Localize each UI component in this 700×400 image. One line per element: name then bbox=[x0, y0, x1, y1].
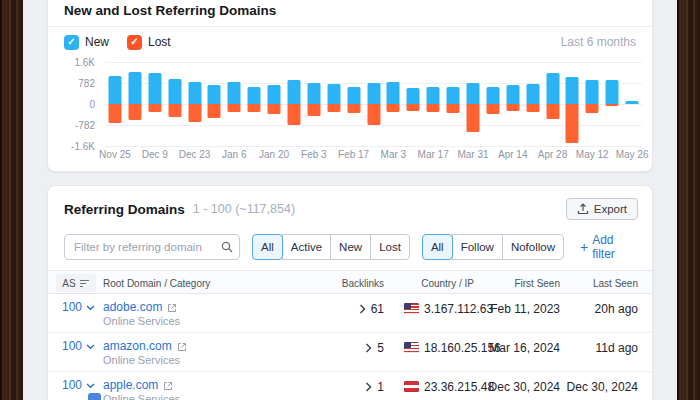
x-axis-label: Nov 25 bbox=[99, 149, 131, 160]
backlinks-value: 1 bbox=[377, 380, 384, 394]
chart-bar[interactable] bbox=[224, 62, 244, 146]
external-link-icon[interactable] bbox=[167, 303, 177, 313]
chart-bar[interactable] bbox=[543, 62, 563, 146]
filter-status-all[interactable]: All bbox=[252, 234, 283, 260]
filter-follow-follow[interactable]: Follow bbox=[452, 234, 503, 260]
chart-bar[interactable] bbox=[125, 62, 145, 146]
x-axis-label: Mar 3 bbox=[381, 149, 407, 160]
backlinks-cell: 5 bbox=[338, 333, 392, 371]
y-axis-label: 0 bbox=[51, 99, 95, 110]
chart-bar[interactable] bbox=[523, 62, 543, 146]
y-axis-label: -782 bbox=[51, 120, 95, 131]
chart-bar[interactable] bbox=[244, 62, 264, 146]
domain-link[interactable]: adobe.com bbox=[103, 301, 162, 314]
chevron-right-icon[interactable] bbox=[365, 382, 372, 392]
bar-new bbox=[387, 82, 400, 104]
x-axis-label: Dec 23 bbox=[179, 149, 211, 160]
chart-bar[interactable] bbox=[304, 62, 324, 146]
chart-bar[interactable] bbox=[145, 62, 165, 146]
filter-follow-nofollow[interactable]: Nofollow bbox=[502, 234, 564, 260]
bar-lost bbox=[486, 104, 499, 114]
bar-lost bbox=[228, 104, 241, 112]
column-header-backlinks[interactable]: Backlinks bbox=[338, 278, 392, 289]
filter-status-new[interactable]: New bbox=[330, 234, 371, 260]
external-link-icon[interactable] bbox=[163, 381, 173, 391]
domain-filter-input[interactable] bbox=[64, 234, 240, 260]
column-header-root-domain[interactable]: Root Domain / Category bbox=[100, 278, 338, 289]
x-axis-label: Feb 3 bbox=[301, 149, 327, 160]
add-filter-button[interactable]: + Add filter bbox=[580, 233, 638, 261]
checkbox-new[interactable] bbox=[64, 35, 79, 50]
as-header-label: AS bbox=[62, 278, 75, 289]
chart-bar[interactable] bbox=[443, 62, 463, 146]
column-header-last-seen[interactable]: Last Seen bbox=[560, 278, 638, 289]
chevron-right-icon[interactable] bbox=[365, 343, 372, 353]
x-axis: Nov 25Dec 9Dec 23Jan 6Jan 20Feb 3Feb 17M… bbox=[105, 149, 642, 161]
chart-bar[interactable] bbox=[602, 62, 622, 146]
domain-cell: apple.comOnline ServicesNofollow bbox=[100, 372, 338, 400]
column-header-first-seen[interactable]: First Seen bbox=[488, 278, 560, 289]
chart-bar[interactable] bbox=[562, 62, 582, 146]
ip-value: 23.36.215.48 bbox=[424, 380, 494, 394]
chart-bar[interactable] bbox=[185, 62, 205, 146]
legend-item-lost[interactable]: Lost bbox=[127, 35, 171, 50]
chart-bar[interactable] bbox=[264, 62, 284, 146]
bar-new bbox=[287, 80, 300, 104]
filter-status-active[interactable]: Active bbox=[282, 234, 331, 260]
table-body: 100adobe.comOnline Services613.167.112.6… bbox=[48, 294, 652, 400]
as-cell[interactable]: 100 bbox=[48, 294, 100, 332]
bar-new bbox=[466, 83, 479, 104]
column-header-as[interactable]: AS bbox=[56, 274, 96, 292]
domain-link[interactable]: apple.com bbox=[103, 379, 158, 392]
chart-bar[interactable] bbox=[403, 62, 423, 146]
chart-bar[interactable] bbox=[105, 62, 125, 146]
chart-bar[interactable] bbox=[344, 62, 364, 146]
first-seen-cell: Dec 30, 2024 bbox=[488, 372, 560, 400]
country-ip-cell: 18.160.25.156 bbox=[392, 333, 488, 371]
y-axis-label: 1.6K bbox=[51, 57, 95, 68]
chart-bar[interactable] bbox=[324, 62, 344, 146]
checkbox-lost[interactable] bbox=[127, 35, 142, 50]
as-cell[interactable]: 100 bbox=[48, 333, 100, 371]
x-axis-label: May 26 bbox=[616, 149, 649, 160]
chart-bar[interactable] bbox=[503, 62, 523, 146]
chart-bar[interactable] bbox=[284, 62, 304, 146]
legend-item-new[interactable]: New bbox=[64, 35, 109, 50]
last-seen-cell: 20h ago bbox=[560, 294, 638, 332]
chart-bar[interactable] bbox=[622, 62, 642, 146]
chart-bar[interactable] bbox=[165, 62, 185, 146]
x-axis-label: Mar 31 bbox=[457, 149, 488, 160]
bar-lost bbox=[606, 104, 619, 106]
column-header-country-ip[interactable]: Country / IP bbox=[392, 278, 488, 289]
chevron-down-icon bbox=[86, 344, 95, 350]
search-icon[interactable] bbox=[221, 241, 233, 253]
domain-cell: adobe.comOnline Services bbox=[100, 294, 338, 332]
chart-bar[interactable] bbox=[423, 62, 443, 146]
legend-label: Lost bbox=[148, 35, 171, 49]
chevron-right-icon[interactable] bbox=[359, 304, 366, 314]
country-ip-cell: 3.167.112.63 bbox=[392, 294, 488, 332]
x-axis-label: Jan 6 bbox=[222, 149, 246, 160]
chart-bar[interactable] bbox=[463, 62, 483, 146]
chart-bar[interactable] bbox=[582, 62, 602, 146]
table-title: Referring Domains bbox=[64, 202, 185, 217]
us-flag-icon bbox=[404, 342, 419, 353]
x-axis-label: Apr 28 bbox=[538, 149, 567, 160]
status-filter-group: AllActiveNewLost bbox=[252, 234, 410, 260]
x-axis-label: Dec 9 bbox=[142, 149, 168, 160]
domain-link[interactable]: amazon.com bbox=[103, 340, 172, 353]
bar-new bbox=[347, 87, 360, 104]
chart-bar[interactable] bbox=[364, 62, 384, 146]
y-axis-label: 782 bbox=[51, 78, 95, 89]
chart-bar[interactable] bbox=[383, 62, 403, 146]
export-label: Export bbox=[594, 203, 627, 215]
export-button[interactable]: Export bbox=[566, 198, 638, 220]
chart-bar[interactable] bbox=[204, 62, 224, 146]
filter-follow-all[interactable]: All bbox=[422, 234, 453, 260]
table-row: 100amazon.comOnline Services518.160.25.1… bbox=[48, 333, 652, 372]
bar-lost bbox=[546, 104, 559, 119]
filter-status-lost[interactable]: Lost bbox=[370, 234, 410, 260]
chart-bar[interactable] bbox=[483, 62, 503, 146]
bar-lost bbox=[148, 104, 161, 112]
external-link-icon[interactable] bbox=[177, 342, 187, 352]
